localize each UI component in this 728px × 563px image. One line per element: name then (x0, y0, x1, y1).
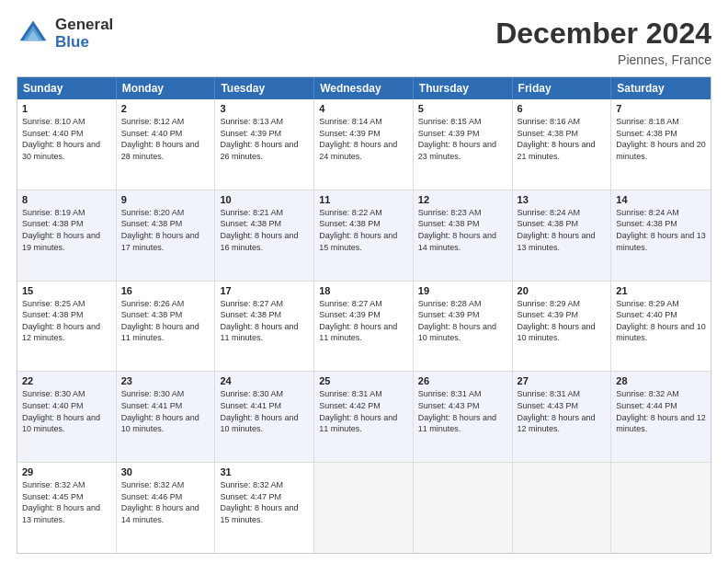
day-cell-22: 22Sunrise: 8:30 AMSunset: 4:40 PMDayligh… (17, 372, 117, 462)
day-info: Sunrise: 8:31 AMSunset: 4:42 PMDaylight:… (319, 388, 408, 434)
day-info: Sunrise: 8:15 AMSunset: 4:39 PMDaylight:… (418, 116, 507, 162)
day-cell-3: 3Sunrise: 8:13 AMSunset: 4:39 PMDaylight… (215, 99, 314, 190)
header-day-tuesday: Tuesday (215, 77, 314, 99)
calendar-week-1: 1Sunrise: 8:10 AMSunset: 4:40 PMDaylight… (17, 99, 711, 190)
day-number: 7 (616, 103, 706, 114)
day-number: 28 (616, 375, 706, 386)
day-cell-17: 17Sunrise: 8:27 AMSunset: 4:38 PMDayligh… (215, 282, 314, 372)
day-info: Sunrise: 8:24 AMSunset: 4:38 PMDaylight:… (616, 207, 706, 253)
day-number: 1 (22, 103, 111, 114)
day-cell-5: 5Sunrise: 8:15 AMSunset: 4:39 PMDaylight… (414, 99, 513, 190)
day-info: Sunrise: 8:12 AMSunset: 4:40 PMDaylight:… (121, 116, 210, 162)
day-info: Sunrise: 8:20 AMSunset: 4:38 PMDaylight:… (121, 207, 210, 253)
day-cell-9: 9Sunrise: 8:20 AMSunset: 4:38 PMDaylight… (117, 190, 216, 281)
logo-blue: Blue (55, 34, 113, 52)
day-info: Sunrise: 8:22 AMSunset: 4:38 PMDaylight:… (319, 207, 408, 253)
day-info: Sunrise: 8:28 AMSunset: 4:39 PMDaylight:… (418, 298, 507, 344)
day-info: Sunrise: 8:32 AMSunset: 4:45 PMDaylight:… (22, 479, 111, 525)
day-info: Sunrise: 8:32 AMSunset: 4:47 PMDaylight:… (220, 479, 309, 525)
day-number: 27 (518, 375, 607, 386)
calendar-header-row: SundayMondayTuesdayWednesdayThursdayFrid… (17, 77, 711, 99)
day-number: 18 (319, 285, 408, 296)
calendar-body: 1Sunrise: 8:10 AMSunset: 4:40 PMDaylight… (17, 99, 711, 553)
day-cell-20: 20Sunrise: 8:29 AMSunset: 4:39 PMDayligh… (513, 282, 612, 372)
day-cell-28: 28Sunrise: 8:32 AMSunset: 4:44 PMDayligh… (611, 372, 711, 462)
day-cell-27: 27Sunrise: 8:31 AMSunset: 4:43 PMDayligh… (513, 372, 612, 462)
day-info: Sunrise: 8:25 AMSunset: 4:38 PMDaylight:… (22, 298, 111, 344)
calendar-week-5: 29Sunrise: 8:32 AMSunset: 4:45 PMDayligh… (17, 463, 711, 553)
day-number: 8 (22, 194, 111, 205)
page: General Blue December 2024 Piennes, Fran… (0, 0, 728, 563)
day-cell-1: 1Sunrise: 8:10 AMSunset: 4:40 PMDaylight… (17, 99, 117, 190)
day-cell-19: 19Sunrise: 8:28 AMSunset: 4:39 PMDayligh… (414, 282, 513, 372)
day-cell-2: 2Sunrise: 8:12 AMSunset: 4:40 PMDaylight… (117, 99, 216, 190)
logo-icon (17, 17, 50, 51)
day-number: 4 (319, 103, 408, 114)
day-cell-21: 21Sunrise: 8:29 AMSunset: 4:40 PMDayligh… (611, 282, 711, 372)
day-number: 20 (518, 285, 607, 296)
day-number: 30 (121, 466, 210, 477)
day-cell-25: 25Sunrise: 8:31 AMSunset: 4:42 PMDayligh… (314, 372, 414, 462)
day-info: Sunrise: 8:19 AMSunset: 4:38 PMDaylight:… (22, 207, 111, 253)
logo-general: General (55, 17, 113, 34)
month-title: December 2024 (495, 17, 711, 51)
header-day-thursday: Thursday (414, 77, 513, 99)
day-number: 17 (220, 285, 309, 296)
day-cell-10: 10Sunrise: 8:21 AMSunset: 4:38 PMDayligh… (215, 190, 314, 281)
day-cell-13: 13Sunrise: 8:24 AMSunset: 4:38 PMDayligh… (513, 190, 612, 281)
day-cell-16: 16Sunrise: 8:26 AMSunset: 4:38 PMDayligh… (117, 282, 216, 372)
day-number: 12 (418, 194, 507, 205)
day-info: Sunrise: 8:32 AMSunset: 4:44 PMDaylight:… (616, 388, 706, 434)
day-number: 21 (616, 285, 706, 296)
day-number: 13 (518, 194, 607, 205)
header-day-monday: Monday (117, 77, 216, 99)
empty-cell (414, 463, 513, 553)
day-cell-14: 14Sunrise: 8:24 AMSunset: 4:38 PMDayligh… (611, 190, 711, 281)
calendar-week-4: 22Sunrise: 8:30 AMSunset: 4:40 PMDayligh… (17, 372, 711, 463)
day-info: Sunrise: 8:29 AMSunset: 4:39 PMDaylight:… (518, 298, 607, 344)
empty-cell (314, 463, 414, 553)
day-number: 3 (220, 103, 309, 114)
day-cell-30: 30Sunrise: 8:32 AMSunset: 4:46 PMDayligh… (117, 463, 216, 553)
day-info: Sunrise: 8:31 AMSunset: 4:43 PMDaylight:… (518, 388, 607, 434)
day-cell-6: 6Sunrise: 8:16 AMSunset: 4:38 PMDaylight… (513, 99, 612, 190)
calendar-week-3: 15Sunrise: 8:25 AMSunset: 4:38 PMDayligh… (17, 282, 711, 373)
day-number: 9 (121, 194, 210, 205)
calendar-week-2: 8Sunrise: 8:19 AMSunset: 4:38 PMDaylight… (17, 190, 711, 282)
day-info: Sunrise: 8:26 AMSunset: 4:38 PMDaylight:… (121, 298, 210, 344)
header-day-saturday: Saturday (611, 77, 711, 99)
day-number: 16 (121, 285, 210, 296)
day-number: 26 (418, 375, 507, 386)
day-cell-31: 31Sunrise: 8:32 AMSunset: 4:47 PMDayligh… (215, 463, 314, 553)
day-info: Sunrise: 8:24 AMSunset: 4:38 PMDaylight:… (518, 207, 607, 253)
day-number: 6 (518, 103, 607, 114)
calendar: SundayMondayTuesdayWednesdayThursdayFrid… (17, 76, 711, 554)
day-info: Sunrise: 8:10 AMSunset: 4:40 PMDaylight:… (22, 116, 111, 162)
day-number: 31 (220, 466, 309, 477)
day-number: 25 (319, 375, 408, 386)
day-info: Sunrise: 8:27 AMSunset: 4:38 PMDaylight:… (220, 298, 309, 344)
day-info: Sunrise: 8:18 AMSunset: 4:38 PMDaylight:… (616, 116, 706, 162)
day-info: Sunrise: 8:16 AMSunset: 4:38 PMDaylight:… (518, 116, 607, 162)
day-number: 23 (121, 375, 210, 386)
day-info: Sunrise: 8:21 AMSunset: 4:38 PMDaylight:… (220, 207, 309, 253)
day-number: 14 (616, 194, 706, 205)
day-info: Sunrise: 8:27 AMSunset: 4:39 PMDaylight:… (319, 298, 408, 344)
logo: General Blue (17, 17, 113, 51)
day-cell-8: 8Sunrise: 8:19 AMSunset: 4:38 PMDaylight… (17, 190, 117, 281)
empty-cell (513, 463, 612, 553)
day-info: Sunrise: 8:30 AMSunset: 4:41 PMDaylight:… (220, 388, 309, 434)
day-cell-7: 7Sunrise: 8:18 AMSunset: 4:38 PMDaylight… (611, 99, 711, 190)
day-cell-23: 23Sunrise: 8:30 AMSunset: 4:41 PMDayligh… (117, 372, 216, 462)
day-info: Sunrise: 8:30 AMSunset: 4:41 PMDaylight:… (121, 388, 210, 434)
header-day-friday: Friday (513, 77, 612, 99)
day-cell-4: 4Sunrise: 8:14 AMSunset: 4:39 PMDaylight… (314, 99, 414, 190)
location-title: Piennes, France (495, 52, 711, 67)
day-number: 15 (22, 285, 111, 296)
day-number: 29 (22, 466, 111, 477)
day-info: Sunrise: 8:13 AMSunset: 4:39 PMDaylight:… (220, 116, 309, 162)
header-day-sunday: Sunday (17, 77, 117, 99)
day-cell-29: 29Sunrise: 8:32 AMSunset: 4:45 PMDayligh… (17, 463, 117, 553)
day-number: 19 (418, 285, 507, 296)
day-number: 11 (319, 194, 408, 205)
